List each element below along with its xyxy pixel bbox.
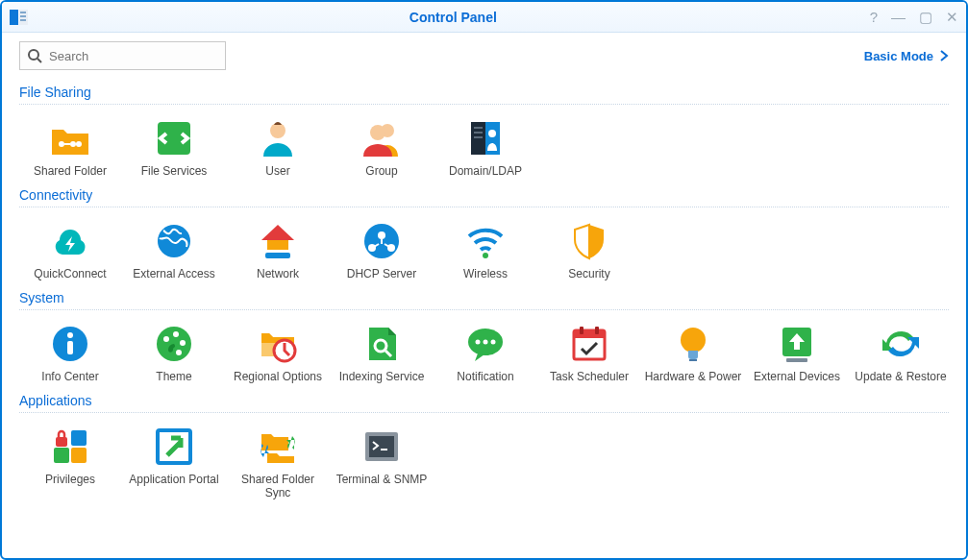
section-title-applications: Applications	[19, 393, 949, 408]
item-shared-folder[interactable]: Shared Folder	[19, 112, 121, 182]
item-label: Task Scheduler	[550, 370, 629, 383]
svg-point-29	[67, 332, 73, 338]
svg-point-24	[378, 231, 385, 239]
app-icon	[10, 8, 29, 27]
item-update-restore[interactable]: Update & Restore	[850, 318, 952, 387]
svg-point-34	[180, 340, 186, 346]
toolbar: Basic Mode	[2, 33, 966, 79]
item-hardware-power[interactable]: Hardware & Power	[642, 318, 744, 387]
dhcp-server-icon	[360, 219, 404, 263]
svg-point-41	[484, 340, 488, 345]
svg-point-40	[476, 340, 481, 345]
grid-file-sharing: Shared Folder File Services User Group	[19, 112, 949, 182]
item-security[interactable]: Security	[538, 215, 640, 284]
sync-icon	[879, 322, 923, 366]
svg-line-6	[37, 59, 41, 62]
svg-point-16	[488, 130, 496, 137]
item-file-services[interactable]: File Services	[123, 112, 225, 182]
search-input[interactable]	[20, 42, 225, 69]
item-user[interactable]: User	[227, 112, 329, 182]
group-icon	[360, 116, 404, 160]
item-label: Shared Folder	[34, 164, 107, 178]
item-label: Update & Restore	[855, 370, 946, 383]
item-quickconnect[interactable]: QuickConnect	[19, 215, 121, 284]
svg-rect-2	[20, 12, 26, 13]
help-button[interactable]: ?	[870, 10, 878, 24]
svg-point-13	[370, 125, 385, 140]
file-services-icon	[152, 116, 196, 160]
item-task-scheduler[interactable]: Task Scheduler	[538, 318, 640, 387]
item-external-devices[interactable]: External Devices	[746, 318, 848, 387]
globe-icon	[152, 219, 196, 263]
calendar-icon	[567, 322, 611, 366]
svg-point-33	[173, 331, 179, 337]
section-title-connectivity: Connectivity	[19, 187, 949, 203]
svg-rect-57	[369, 436, 394, 457]
item-label: Theme	[156, 370, 191, 383]
item-theme[interactable]: Theme	[123, 318, 225, 387]
domain-ldap-icon	[463, 116, 508, 160]
item-label: Info Center	[41, 370, 98, 383]
svg-rect-45	[580, 327, 583, 334]
window-controls: ? — ▢ ✕	[870, 10, 958, 24]
close-button[interactable]: ✕	[946, 10, 958, 24]
svg-rect-48	[689, 359, 697, 361]
svg-point-32	[163, 336, 169, 342]
search-field-wrap[interactable]	[19, 41, 226, 70]
item-label: Application Portal	[129, 473, 218, 486]
search-icon	[26, 47, 43, 64]
privileges-icon	[48, 425, 92, 469]
grid-system: Info Center Theme Regional Options Index…	[19, 318, 949, 387]
regional-icon	[256, 322, 300, 366]
item-privileges[interactable]: Privileges	[19, 421, 121, 503]
svg-rect-53	[71, 448, 87, 463]
item-indexing-service[interactable]: Indexing Service	[331, 318, 433, 387]
svg-point-26	[387, 244, 395, 252]
item-label: Shared Folder Sync	[227, 473, 329, 499]
svg-rect-0	[10, 10, 18, 25]
svg-point-35	[176, 350, 182, 355]
quickconnect-icon	[48, 219, 92, 263]
shared-folder-icon	[48, 116, 92, 160]
lightbulb-icon	[671, 322, 715, 366]
item-network[interactable]: Network	[227, 215, 329, 284]
item-application-portal[interactable]: Application Portal	[123, 421, 225, 503]
item-regional-options[interactable]: Regional Options	[227, 318, 329, 387]
control-panel-window: Control Panel ? — ▢ ✕ Basic Mode File Sh…	[0, 0, 968, 560]
item-label: Regional Options	[234, 370, 322, 383]
grid-connectivity: QuickConnect External Access Network DHC…	[19, 215, 949, 284]
item-notification[interactable]: Notification	[434, 318, 536, 387]
svg-rect-54	[56, 437, 67, 447]
item-dhcp-server[interactable]: DHCP Server	[331, 215, 433, 284]
item-group[interactable]: Group	[331, 112, 433, 182]
svg-point-25	[368, 244, 376, 252]
shortcut-icon	[152, 425, 196, 469]
item-label: Group	[365, 164, 397, 178]
minimize-button[interactable]: —	[891, 10, 906, 24]
user-icon	[256, 116, 300, 160]
item-label: Wireless	[463, 267, 508, 280]
item-wireless[interactable]: Wireless	[434, 215, 536, 284]
content-area: File Sharing Shared Folder File Services	[2, 79, 966, 558]
item-domain-ldap[interactable]: Domain/LDAP	[434, 112, 536, 182]
palette-icon	[152, 322, 196, 366]
svg-rect-50	[786, 358, 807, 362]
svg-rect-21	[267, 240, 288, 250]
maximize-button[interactable]: ▢	[919, 10, 932, 24]
svg-rect-4	[20, 19, 26, 21]
svg-point-42	[491, 340, 496, 345]
item-external-access[interactable]: External Access	[123, 215, 225, 284]
item-shared-folder-sync[interactable]: Shared Folder Sync	[227, 421, 329, 503]
item-label: External Devices	[754, 370, 840, 383]
svg-rect-30	[67, 341, 73, 354]
item-info-center[interactable]: Info Center	[19, 318, 121, 387]
item-terminal-snmp[interactable]: Terminal & SNMP	[331, 421, 433, 503]
network-icon	[256, 219, 300, 263]
wifi-icon	[463, 219, 508, 263]
basic-mode-toggle[interactable]: Basic Mode	[864, 49, 949, 63]
svg-rect-52	[54, 448, 69, 463]
item-label: Privileges	[45, 473, 95, 486]
basic-mode-label: Basic Mode	[864, 49, 933, 63]
terminal-icon	[360, 425, 404, 469]
svg-rect-17	[474, 127, 483, 129]
